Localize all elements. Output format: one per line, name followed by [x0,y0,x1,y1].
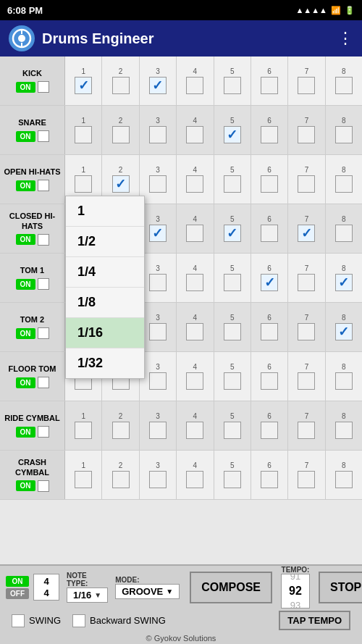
beat-checkbox-5-2[interactable] [149,323,167,340]
beat-checkbox-4-3[interactable] [186,274,203,291]
drum-solo-cb-3[interactable] [38,234,49,246]
beat-checkbox-1-2[interactable] [149,126,167,143]
drum-on-btn-6[interactable]: ON [16,377,35,388]
beat-checkbox-1-6[interactable] [298,126,315,143]
beat-checkbox-8-0[interactable] [75,471,92,488]
beat-checkbox-3-5[interactable] [261,225,278,242]
backward-swing-checkbox[interactable] [72,614,85,627]
beat-checkbox-1-5[interactable] [261,126,278,143]
beat-checkbox-7-6[interactable] [298,422,315,439]
beat-checkbox-2-0[interactable] [75,175,92,193]
beat-checkbox-5-3[interactable] [186,323,203,340]
drum-solo-cb-5[interactable] [38,327,49,339]
drum-solo-cb-8[interactable] [38,480,49,492]
beat-checkbox-0-6[interactable] [298,77,315,94]
beat-checkbox-2-1[interactable] [112,175,130,193]
beat-checkbox-0-3[interactable] [186,77,203,94]
beat-checkbox-1-4[interactable] [224,126,241,143]
tempo-scroll[interactable]: 919293 [281,574,310,609]
note-dropdown[interactable]: 11/21/41/81/161/32 [65,196,145,379]
dropdown-item-132[interactable]: 1/32 [66,348,144,378]
beat-checkbox-7-1[interactable] [112,422,130,439]
drum-on-btn-5[interactable]: ON [16,328,35,339]
beat-checkbox-3-7[interactable] [335,225,353,242]
beat-checkbox-0-7[interactable] [335,77,353,94]
beat-checkbox-7-0[interactable] [75,422,92,439]
beat-checkbox-4-7[interactable] [335,274,353,291]
drum-solo-cb-1[interactable] [38,130,49,142]
beat-checkbox-7-3[interactable] [186,422,203,439]
dropdown-item-116[interactable]: 1/16 [66,318,144,348]
beat-checkbox-0-2[interactable] [149,77,167,94]
beat-checkbox-6-3[interactable] [186,372,203,390]
beat-checkbox-1-1[interactable] [112,126,130,143]
drum-on-btn-3[interactable]: ON [16,234,35,245]
beat-checkbox-2-2[interactable] [149,175,167,193]
beat-checkbox-2-6[interactable] [298,175,315,193]
beat-checkbox-5-7[interactable] [335,323,353,340]
beat-checkbox-8-5[interactable] [261,471,278,488]
beat-checkbox-8-4[interactable] [224,471,241,488]
beat-checkbox-8-2[interactable] [149,471,167,488]
dropdown-item-14[interactable]: 1/4 [66,257,144,288]
beat-checkbox-2-5[interactable] [261,175,278,193]
beat-checkbox-8-1[interactable] [112,471,130,488]
beat-checkbox-7-5[interactable] [261,422,278,439]
drum-solo-cb-4[interactable] [38,278,49,290]
drum-on-btn-1[interactable]: ON [16,131,35,142]
beat-checkbox-8-3[interactable] [186,471,203,488]
beat-checkbox-6-5[interactable] [261,372,278,390]
beat-checkbox-4-6[interactable] [298,274,315,291]
drum-on-btn-8[interactable]: ON [16,480,35,491]
beat-checkbox-0-4[interactable] [224,77,241,94]
menu-icon[interactable]: ⋮ [337,29,353,48]
beat-checkbox-4-5[interactable] [261,274,278,291]
beat-checkbox-1-3[interactable] [186,126,203,143]
beat-checkbox-3-6[interactable] [298,225,315,242]
on-button[interactable]: ON [6,576,29,587]
beat-checkbox-4-2[interactable] [149,274,167,291]
drum-solo-cb-2[interactable] [38,180,49,191]
beat-checkbox-4-4[interactable] [224,274,241,291]
beat-checkbox-0-0[interactable] [75,77,92,94]
drum-on-btn-2[interactable]: ON [16,180,35,191]
drum-solo-cb-6[interactable] [38,377,49,388]
stop-button[interactable]: STOP [319,572,362,603]
beat-checkbox-6-2[interactable] [149,372,167,390]
beat-checkbox-5-4[interactable] [224,323,241,340]
beat-checkbox-7-7[interactable] [335,422,353,439]
drum-solo-cb-7[interactable] [38,426,49,438]
beat-checkbox-8-6[interactable] [298,471,315,488]
beat-checkbox-1-7[interactable] [335,126,353,143]
dropdown-item-12[interactable]: 1/2 [66,227,144,257]
drum-on-btn-4[interactable]: ON [16,279,35,290]
drum-on-btn-0[interactable]: ON [16,82,35,93]
compose-button[interactable]: COMPOSE [190,572,272,603]
beat-checkbox-7-2[interactable] [149,422,167,439]
beat-checkbox-3-4[interactable] [224,225,241,242]
beat-checkbox-7-4[interactable] [224,422,241,439]
beat-checkbox-3-3[interactable] [186,225,203,242]
dropdown-item-18[interactable]: 1/8 [66,288,144,318]
beat-checkbox-8-7[interactable] [335,471,353,488]
beat-checkbox-0-5[interactable] [261,77,278,94]
drum-solo-cb-0[interactable] [38,81,49,93]
dropdown-item-1[interactable]: 1 [66,196,144,227]
swing-checkbox[interactable] [12,614,25,627]
mode-selector[interactable]: GROOVE ▼ [115,584,180,599]
beat-checkbox-2-3[interactable] [186,175,203,193]
note-type-selector[interactable]: 1/16 ▼ [67,587,108,603]
beat-checkbox-6-4[interactable] [224,372,241,390]
beat-checkbox-1-0[interactable] [75,126,92,143]
beat-checkbox-3-2[interactable] [149,225,167,242]
beat-checkbox-2-7[interactable] [335,175,353,193]
beat-checkbox-5-6[interactable] [298,323,315,340]
beat-checkbox-2-4[interactable] [224,175,241,193]
beat-checkbox-5-5[interactable] [261,323,278,340]
beat-checkbox-0-1[interactable] [112,77,130,94]
drum-on-btn-7[interactable]: ON [16,427,35,438]
off-button[interactable]: OFF [6,588,29,599]
beat-checkbox-6-7[interactable] [335,372,353,390]
beat-checkbox-6-6[interactable] [298,372,315,390]
tap-tempo-button[interactable]: TAP TEMPO [279,611,350,630]
